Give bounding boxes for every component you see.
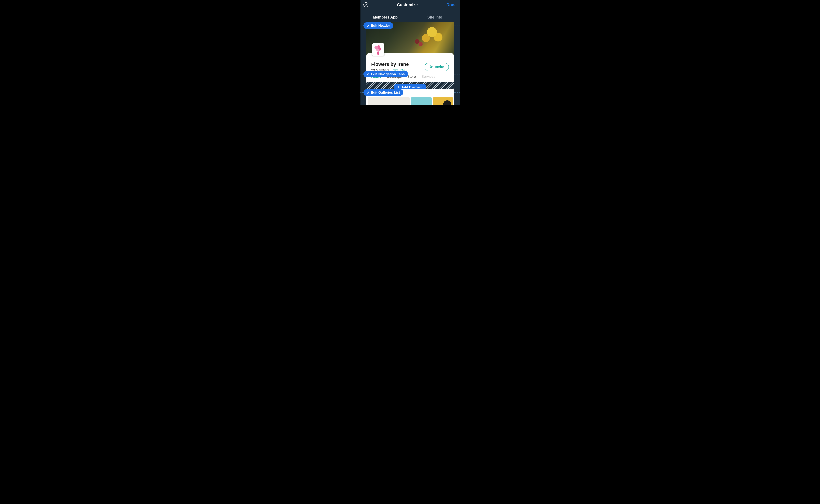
edit-header-label: Edit Header xyxy=(371,24,390,28)
edit-nav-tabs-label: Edit Navigation Tabs xyxy=(371,72,405,76)
edit-galleries-button[interactable]: Edit Galleries List xyxy=(363,89,403,96)
add-user-icon xyxy=(429,65,433,69)
add-element-label: Add Element xyxy=(401,85,422,89)
app-preview: Flowers by Irene 20 Members Site Info › xyxy=(366,22,454,72)
top-bar: ? Customize Done xyxy=(360,0,460,10)
gallery-tile[interactable] xyxy=(368,97,410,105)
gallery-tile[interactable] xyxy=(411,97,432,105)
site-card: Flowers by Irene 20 Members Site Info › xyxy=(366,53,454,72)
edit-nav-tabs-button[interactable]: Edit Navigation Tabs xyxy=(363,71,408,77)
tab-site-info[interactable]: Site Info xyxy=(410,13,460,22)
edit-galleries-label: Edit Galleries List xyxy=(371,91,400,94)
plus-icon: + xyxy=(398,85,400,89)
svg-point-0 xyxy=(430,66,431,67)
avatar xyxy=(372,43,384,56)
pencil-icon xyxy=(367,91,370,94)
pencil-icon xyxy=(367,73,370,76)
card-body: Flowers by Irene 20 Members Site Info › xyxy=(366,53,454,72)
site-name: Flowers by Irene xyxy=(371,62,409,67)
gallery-tile[interactable] xyxy=(433,97,453,105)
invite-label: Invite xyxy=(435,65,444,69)
invite-button[interactable]: Invite xyxy=(425,63,449,71)
pencil-icon xyxy=(367,24,370,27)
nav-tab-services[interactable]: Services xyxy=(421,74,435,80)
nav-tab-store[interactable]: Store xyxy=(407,74,416,80)
edit-header-button[interactable]: Edit Header xyxy=(363,22,393,29)
bouquet-icon xyxy=(373,45,383,54)
customize-canvas: Edit Header Flowers by Irene 20 Members xyxy=(360,22,460,105)
help-icon[interactable]: ? xyxy=(363,2,368,7)
customize-screen: ? Customize Done Members App Site Info E… xyxy=(360,0,460,105)
tab-members-app[interactable]: Members App xyxy=(360,13,410,22)
done-button[interactable]: Done xyxy=(446,2,457,7)
page-title: Customize xyxy=(397,2,418,7)
top-tabs: Members App Site Info xyxy=(360,13,460,22)
